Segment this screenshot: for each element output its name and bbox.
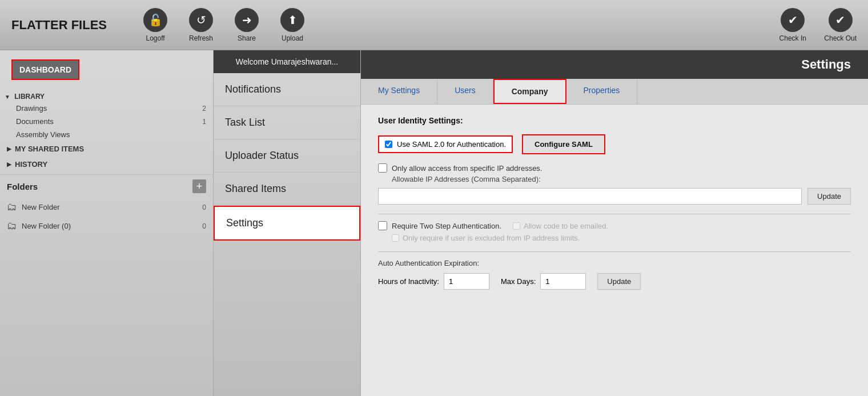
upload-button[interactable]: ⬆ Upload bbox=[278, 8, 307, 42]
logoff-button[interactable]: 🔓 Logoff bbox=[141, 8, 170, 42]
saml-checkbox-box: Use SAML 2.0 for Authentication. bbox=[378, 135, 513, 153]
use-saml-checkbox[interactable] bbox=[385, 141, 392, 148]
add-folder-button[interactable]: + bbox=[192, 179, 206, 193]
folders-header: Folders + bbox=[0, 174, 213, 198]
auto-auth-label: Auto Authentication Expiration: bbox=[378, 259, 851, 267]
folder-icon-2: 🗂 bbox=[7, 220, 17, 232]
only-ip-label: Only allow access from specific IP addre… bbox=[378, 163, 851, 173]
settings-tabs: My Settings Users Company Properties bbox=[361, 79, 868, 105]
library-section-title: ▼ LIBRARY bbox=[0, 89, 213, 102]
settings-menu-item[interactable]: Settings bbox=[214, 206, 360, 241]
folder-item-1[interactable]: 🗂 New Folder 0 bbox=[0, 198, 213, 217]
task-list-menu-item[interactable]: Task List bbox=[214, 106, 360, 139]
folder-item-2[interactable]: 🗂 New Folder (0) 0 bbox=[0, 217, 213, 235]
divider-1 bbox=[378, 214, 851, 214]
refresh-icon: ↺ bbox=[189, 8, 213, 32]
auto-auth-row: Hours of Inactivity: Max Days: Update bbox=[378, 273, 851, 290]
user-identity-section-title: User Identity Settings: bbox=[378, 116, 851, 125]
max-days-input[interactable] bbox=[540, 273, 586, 290]
only-ip-checkbox[interactable] bbox=[378, 163, 387, 173]
sidebar-my-shared-items[interactable]: ▶ MY SHARED ITEMS bbox=[0, 141, 213, 157]
welcome-bar: Welcome Umarajeshwaran... bbox=[214, 50, 360, 73]
tab-company[interactable]: Company bbox=[493, 79, 566, 104]
use-saml-label: Use SAML 2.0 for Authentication. bbox=[397, 140, 506, 149]
folder-icon: 🗂 bbox=[7, 201, 17, 213]
checkout-icon: ✔ bbox=[829, 8, 853, 32]
shared-items-menu-item[interactable]: Shared Items bbox=[214, 173, 360, 206]
dashboard-button[interactable]: DASHBOARD bbox=[11, 59, 79, 80]
max-days-field: Max Days: bbox=[501, 273, 586, 290]
allow-code-email-label: Allow code to be emailed. bbox=[513, 222, 608, 230]
app-title: FLATTER FILES bbox=[11, 18, 107, 33]
auto-auth-section: Auto Authentication Expiration: Hours of… bbox=[378, 259, 851, 290]
sidebar-item-drawings[interactable]: Drawings 2 bbox=[0, 102, 213, 115]
ip-input[interactable] bbox=[378, 188, 802, 205]
tab-my-settings[interactable]: My Settings bbox=[361, 79, 437, 104]
settings-header: Settings bbox=[361, 50, 868, 79]
toolbar-actions: 🔓 Logoff ↺ Refresh ➜ Share ⬆ Upload bbox=[141, 8, 778, 42]
share-button[interactable]: ➜ Share bbox=[232, 8, 261, 42]
checkin-button[interactable]: ✔ Check In bbox=[778, 8, 807, 42]
settings-panel: Settings My Settings Users Company Prope… bbox=[361, 50, 868, 396]
uploader-status-menu-item[interactable]: Uploader Status bbox=[214, 139, 360, 173]
sidebar-history[interactable]: ▶ HISTORY bbox=[0, 157, 213, 172]
ip-section: Only allow access from specific IP addre… bbox=[378, 163, 851, 205]
require-two-step-label: Require Two Step Authentication. bbox=[378, 221, 501, 230]
ip-input-row: Update bbox=[378, 188, 851, 205]
hours-inactivity-field: Hours of Inactivity: bbox=[378, 273, 489, 290]
allowable-ip-label: Allowable IP Addresses (Comma Separated)… bbox=[392, 175, 851, 183]
toolbar-right: ✔ Check In ✔ Check Out bbox=[778, 8, 857, 42]
update-auth-button[interactable]: Update bbox=[597, 273, 641, 290]
saml-row: Use SAML 2.0 for Authentication. Configu… bbox=[378, 134, 851, 154]
checkin-icon: ✔ bbox=[781, 8, 805, 32]
sidebar-item-assembly-views[interactable]: Assembly Views bbox=[0, 128, 213, 141]
middle-panel: Welcome Umarajeshwaran... Notifications … bbox=[214, 50, 361, 396]
two-step-row: Require Two Step Authentication. Allow c… bbox=[378, 221, 851, 230]
toolbar: FLATTER FILES 🔓 Logoff ↺ Refresh ➜ Share… bbox=[0, 0, 868, 50]
allow-code-email-checkbox[interactable] bbox=[513, 222, 520, 230]
tab-users[interactable]: Users bbox=[437, 79, 493, 104]
two-step-section: Require Two Step Authentication. Allow c… bbox=[378, 221, 851, 242]
tab-properties[interactable]: Properties bbox=[566, 79, 638, 104]
refresh-button[interactable]: ↺ Refresh bbox=[187, 8, 215, 42]
upload-icon: ⬆ bbox=[280, 8, 304, 32]
logoff-icon: 🔓 bbox=[143, 8, 167, 32]
hours-inactivity-input[interactable] bbox=[444, 273, 489, 290]
require-two-step-checkbox[interactable] bbox=[378, 221, 387, 230]
sidebar: DASHBOARD ▼ LIBRARY Drawings 2 Documents… bbox=[0, 50, 214, 396]
update-ip-button[interactable]: Update bbox=[807, 188, 851, 205]
notifications-menu-item[interactable]: Notifications bbox=[214, 73, 360, 106]
only-require-checkbox[interactable] bbox=[392, 234, 399, 242]
divider-2 bbox=[378, 251, 851, 252]
configure-saml-button[interactable]: Configure SAML bbox=[522, 134, 605, 154]
checkout-button[interactable]: ✔ Check Out bbox=[824, 8, 857, 42]
settings-content: User Identity Settings: Use SAML 2.0 for… bbox=[361, 105, 868, 396]
main-layout: DASHBOARD ▼ LIBRARY Drawings 2 Documents… bbox=[0, 50, 868, 396]
share-icon: ➜ bbox=[235, 8, 259, 32]
only-require-sub-option: Only require if user is excluded from IP… bbox=[392, 234, 851, 242]
sidebar-item-documents[interactable]: Documents 1 bbox=[0, 115, 213, 128]
